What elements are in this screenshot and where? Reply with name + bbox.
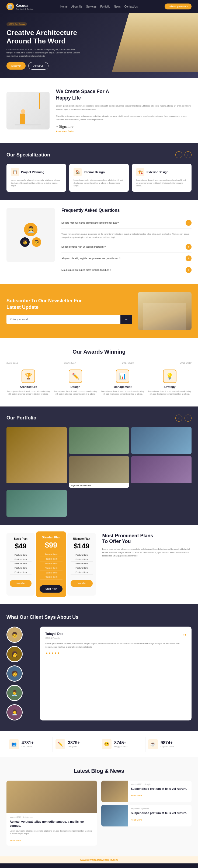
portfolio-grid: High Tek Architecture: [6, 427, 192, 517]
nav-services[interactable]: Services: [86, 5, 96, 8]
spec-next-button[interactable]: ›: [185, 151, 192, 158]
testimonial-text: Lorem ipsum dolor sit amet, consectetur …: [45, 642, 186, 649]
award-item-1: ✏️ Design Lorem ipsum dolor sit amet, co…: [54, 370, 98, 396]
nav-portfolio[interactable]: Portfolio: [100, 5, 110, 8]
portfolio-item-4[interactable]: [131, 456, 192, 488]
newsletter-form: →: [6, 315, 132, 324]
faq-section: 👩‍💼 🧑 👨 Frequently Asked Questions Do lo…: [0, 200, 198, 284]
pricing-btn-ult[interactable]: Get Plan: [71, 580, 92, 587]
pricing-btn-basic[interactable]: Get Plan: [10, 580, 32, 587]
newsletter-submit-button[interactable]: →: [121, 315, 132, 324]
stat-label-2: Happy Clients: [114, 745, 128, 748]
awards-title: Our Awards Winning: [6, 349, 192, 355]
about-section: We Create Space For AHappy Life Lorem ip…: [0, 78, 198, 143]
nav-home[interactable]: Home: [60, 5, 68, 8]
avatar-image-1: 👩: [7, 647, 22, 661]
spec-card-text-1: Lorem ipsum dolor sit amet, consectetur …: [73, 179, 125, 187]
stat-info-3: 9874+ Cup of Coffee: [161, 740, 174, 748]
portfolio-item-5[interactable]: [6, 490, 67, 517]
testimonial-avatar-3[interactable]: 👨‍💼: [6, 685, 23, 701]
spec-card-title-0: Project Planning: [21, 170, 44, 174]
award-item-3: 💡 Strategy Lorem ipsum dolor sit amet, c…: [147, 370, 192, 396]
about-content: We Create Space For AHappy Life Lorem ip…: [56, 89, 192, 132]
testimonial-avatar-2[interactable]: 🧑: [6, 665, 23, 682]
spec-card-text-2: Lorem ipsum dolor sit amet, consectetur …: [136, 179, 187, 187]
pricing-feature-3: Feature Item: [10, 566, 32, 570]
faq-people: 👩‍💼 🧑 👨: [20, 223, 41, 247]
blog-body-0: March 4 2021 | Architecture Aenean volut…: [6, 813, 97, 846]
nav-news[interactable]: News: [114, 5, 121, 8]
portfolio-item-3[interactable]: High Tek Architecture: [69, 456, 129, 488]
newsletter-email-input[interactable]: [6, 315, 121, 324]
faq-item-3: Mauris quis lorem nec diam fringilla tin…: [61, 264, 192, 276]
spec-card-0: 📋 Project Planning Lorem ipsum dolor sit…: [6, 164, 66, 192]
blog-readmore-0[interactable]: Read More: [10, 839, 21, 842]
pricing-ult-f2: Feature Item: [71, 562, 92, 566]
pricing-price-ult: $149: [71, 542, 92, 550]
award-icon-3: 💡: [163, 370, 176, 383]
award-name-1: Design: [54, 385, 98, 389]
faq-toggle-3[interactable]: +: [186, 267, 192, 273]
portfolio-image-1: [69, 427, 129, 454]
nav-contact[interactable]: Contact Us: [125, 5, 138, 8]
faq-toggle-0[interactable]: −: [186, 220, 192, 226]
blog-section: Latest Blog & News March 4 2021 | Archit…: [0, 757, 198, 857]
spec-arrows: ‹ ›: [175, 151, 192, 158]
pricing-card-standard: Standart Plan $99 Feature Item Feature I…: [36, 531, 66, 597]
blog-sm-readmore-0[interactable]: Read More: [131, 794, 142, 797]
stat-label-1: Designed: [68, 745, 80, 748]
person-illustration: [12, 93, 44, 128]
pricing-std-f2: Feature Item: [40, 561, 63, 566]
blog-sm-readmore-1[interactable]: Read More: [131, 819, 142, 821]
spec-title: Our Speciallization: [6, 152, 50, 158]
portfolio-arrows: ‹ ›: [175, 414, 192, 422]
faq-toggle-1[interactable]: +: [186, 244, 192, 250]
pricing-plan-name-std: Standart Plan: [40, 536, 63, 539]
hero-discover-button[interactable]: Discover: [6, 62, 26, 70]
quote-icon: ": [183, 632, 186, 641]
logo-text: Kasuua: [15, 3, 28, 7]
stat-icon-1: ✏️: [56, 739, 65, 749]
testimonial-avatar-4[interactable]: 👩‍💼: [6, 704, 23, 720]
stat-icon-3: ☕: [148, 739, 158, 749]
portfolio-item-1[interactable]: [69, 427, 129, 454]
spec-prev-button[interactable]: ‹: [175, 151, 183, 158]
blog-right-col: March 4 2021 | Lifestyle Suspendisse pre…: [101, 781, 192, 846]
stat-item-1: ✏️ 3879+ Designed: [53, 737, 99, 752]
stat-icon-2: 😊: [102, 739, 111, 749]
spec-card-2: 🏗️ Exterior Design Lorem ipsum dolor sit…: [132, 164, 192, 192]
pricing-feature-2: Feature Item: [10, 562, 32, 566]
nav-about[interactable]: About Us: [71, 5, 82, 8]
testimonial-card: " Tufayal Doe CEO & Founder Lorem ipsum …: [40, 627, 192, 720]
faq-person-1: 👩‍💼: [24, 223, 37, 236]
pricing-feature-4: Feature Item: [10, 570, 32, 575]
blog-card-large: March 4 2021 | Architecture Aenean volut…: [6, 781, 97, 846]
newsletter-content: Subscribe To Our Newsletter ForLatest Up…: [6, 298, 132, 324]
portfolio-item-0[interactable]: [6, 427, 67, 488]
pricing-plan-name-basic: Basic Plan: [10, 537, 32, 540]
hero-about-button[interactable]: About Us: [28, 62, 48, 70]
nav-cta-button[interactable]: Take Appointment: [165, 3, 192, 9]
portfolio-item-2[interactable]: [131, 427, 192, 454]
stat-info-1: 3879+ Designed: [68, 740, 80, 748]
award-icon-1: ✏️: [69, 370, 82, 383]
portfolio-next-button[interactable]: ›: [185, 414, 192, 422]
testimonial-author-role: CEO & Founder: [45, 637, 186, 639]
logo-sub: Architect & Design: [15, 8, 33, 10]
testimonial-avatar-0[interactable]: 👨: [6, 627, 23, 643]
stat-item-2: 😊 8745+ Happy Clients: [99, 737, 145, 752]
testimonial-avatar-1[interactable]: 👩: [6, 646, 23, 662]
spec-icon-1: 🏠: [73, 168, 81, 176]
desk-illustration: [14, 124, 41, 125]
blog-image-0: [6, 781, 97, 813]
pricing-btn-std[interactable]: Start Now: [40, 585, 63, 593]
faq-question-2: Aliquam nisl elit, sagittis nec pharetra…: [61, 257, 186, 260]
portfolio-prev-button[interactable]: ‹: [175, 414, 183, 422]
faq-item-1: Donec congue nibh ut facilisis interdum …: [61, 241, 192, 253]
award-name-3: Strategy: [147, 385, 192, 389]
faq-toggle-2[interactable]: +: [186, 255, 192, 261]
specialization-section: Our Speciallization ‹ › 📋 Project Planni…: [0, 143, 198, 200]
award-desc-1: Lorem ipsum dolor sit amet, consectetur …: [54, 390, 98, 396]
pricing-ult-f1: Feature Item: [71, 557, 92, 562]
avatar-image-2: 🧑: [7, 666, 22, 681]
